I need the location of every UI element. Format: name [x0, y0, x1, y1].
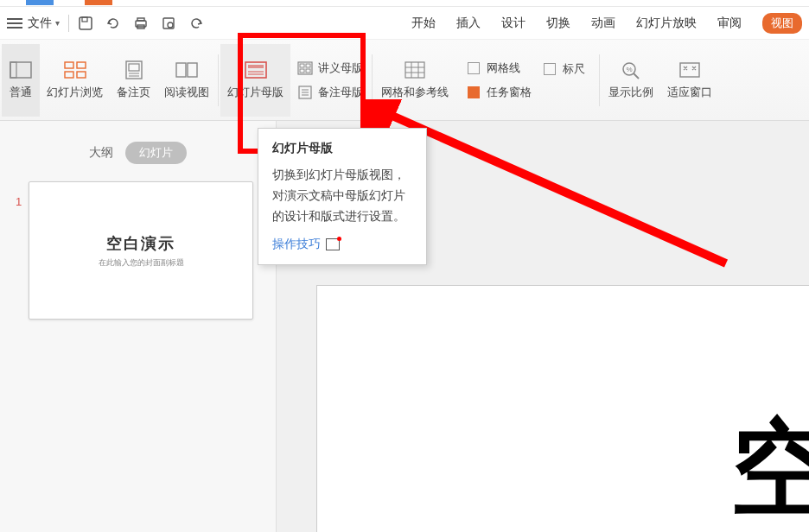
gridlines-label: 网格线: [487, 60, 520, 76]
slide-master-icon: [244, 60, 268, 79]
checkbox-icon: [468, 62, 480, 74]
ruler-checkbox-group: 标尺: [544, 61, 597, 99]
view-browse-label: 幻灯片浏览: [47, 85, 103, 100]
thumbnails-panel: 大纲 幻灯片 1 空白演示 在此输入您的封面副标题: [0, 121, 277, 532]
svg-rect-19: [245, 62, 266, 78]
video-icon: [326, 238, 340, 250]
tooltip-body: 切换到幻灯片母版视图，对演示文稿中母版幻灯片的设计和版式进行设置。: [272, 165, 412, 226]
hamburger-icon[interactable]: [7, 18, 22, 28]
file-menu-label: 文件: [28, 16, 52, 31]
svg-rect-11: [65, 72, 73, 78]
main-tabs: 开始 插入 设计 切换 动画 幻灯片放映 审阅 视图: [411, 13, 802, 34]
svg-rect-9: [65, 62, 73, 68]
tab-slides[interactable]: 幻灯片: [125, 142, 187, 164]
svg-rect-10: [77, 62, 86, 68]
svg-rect-40: [680, 63, 699, 77]
svg-rect-8: [10, 62, 16, 78]
thumb-subtitle: 在此输入您的封面副标题: [99, 257, 184, 269]
svg-rect-26: [300, 69, 304, 73]
tab-fangying[interactable]: 幻灯片放映: [636, 16, 697, 31]
ribbon-separator: [218, 54, 219, 106]
handout-master-button[interactable]: 讲义母版: [297, 60, 363, 76]
thumbnail-row: 1 空白演示 在此输入您的封面副标题: [0, 181, 276, 320]
view-normal-button[interactable]: 普通: [2, 44, 40, 117]
print-preview-icon[interactable]: [161, 16, 176, 31]
notes-master-button[interactable]: 备注母版: [297, 85, 363, 100]
svg-rect-27: [306, 69, 310, 73]
grid-guides-button[interactable]: 网格和参考线: [374, 44, 455, 117]
slide-canvas[interactable]: 空: [316, 285, 809, 532]
zoom-button[interactable]: % 显示比例: [602, 44, 660, 117]
fit-window-label: 适应窗口: [667, 85, 712, 100]
view-notes-label: 备注页: [117, 85, 150, 100]
slide-thumbnail[interactable]: 空白演示 在此输入您的封面副标题: [29, 181, 253, 320]
tab-donghua[interactable]: 动画: [591, 16, 615, 31]
divider: [68, 15, 69, 32]
slide-title-text: 空: [730, 399, 809, 532]
handout-master-icon: [297, 61, 313, 75]
view-notes-button[interactable]: 备注页: [110, 44, 157, 117]
view-browse-button[interactable]: 幻灯片浏览: [40, 44, 110, 117]
view-reading-button[interactable]: 阅读视图: [157, 44, 216, 117]
fit-window-button[interactable]: 适应窗口: [660, 44, 719, 117]
notes-master-label: 备注母版: [318, 85, 363, 100]
tab-shenyue[interactable]: 审阅: [717, 16, 742, 31]
svg-rect-20: [248, 65, 264, 68]
tab-charu[interactable]: 插入: [456, 16, 481, 31]
checkbox-filled-icon: [468, 86, 480, 98]
svg-rect-24: [300, 64, 304, 67]
grid-guides-label: 网格和参考线: [381, 85, 449, 100]
checkbox-icon: [544, 63, 556, 75]
fit-window-icon: [678, 60, 702, 79]
handout-master-label: 讲义母版: [318, 60, 363, 76]
redo-icon[interactable]: [188, 16, 204, 31]
view-normal-label: 普通: [10, 85, 32, 100]
slide-sorter-icon: [63, 60, 87, 79]
chevron-down-icon: ▾: [55, 18, 60, 28]
svg-rect-14: [129, 64, 139, 71]
gridlines-check[interactable]: 网格线: [468, 60, 532, 76]
ruler-check[interactable]: 标尺: [544, 61, 585, 77]
svg-rect-0: [80, 17, 92, 29]
view-reading-label: 阅读视图: [164, 85, 209, 100]
svg-rect-7: [10, 62, 31, 78]
svg-rect-25: [306, 64, 310, 67]
doc-tab-accent-1: [26, 0, 54, 5]
tab-qiehuan[interactable]: 切换: [546, 16, 570, 31]
tab-sheji[interactable]: 设计: [501, 16, 526, 31]
thumb-title: 空白演示: [106, 233, 175, 254]
ruler-label: 标尺: [563, 61, 585, 77]
reading-view-icon: [175, 60, 199, 79]
file-menu[interactable]: 文件 ▾: [28, 16, 60, 31]
svg-rect-12: [77, 72, 86, 78]
tooltip-tips-link[interactable]: 操作技巧: [272, 237, 412, 252]
zoom-icon: %: [619, 60, 643, 79]
svg-line-38: [634, 73, 639, 79]
undo-icon[interactable]: [105, 16, 121, 31]
print-icon[interactable]: [133, 16, 149, 31]
tab-shitu[interactable]: 视图: [762, 13, 802, 34]
tab-kaishi[interactable]: 开始: [411, 16, 436, 31]
save-icon[interactable]: [78, 16, 93, 31]
titlebar: [0, 0, 809, 7]
taskpane-check[interactable]: 任务窗格: [468, 85, 532, 100]
tab-outline[interactable]: 大纲: [89, 145, 113, 161]
svg-rect-3: [137, 18, 144, 21]
ribbon: 普通 幻灯片浏览 备注页 阅读视图 幻灯片母版 讲义母版 备注母版 网格和参考线…: [0, 40, 809, 121]
svg-rect-32: [405, 62, 424, 78]
side-tabs: 大纲 幻灯片: [0, 142, 276, 164]
zoom-label: 显示比例: [608, 85, 653, 100]
taskpane-label: 任务窗格: [487, 85, 532, 100]
slide-master-button[interactable]: 幻灯片母版: [220, 44, 290, 117]
svg-rect-18: [188, 63, 197, 77]
ribbon-separator: [372, 54, 373, 106]
quick-access-toolbar: [78, 16, 204, 31]
notes-master-icon: [297, 86, 313, 99]
grid-checkboxes: 网格线 任务窗格: [455, 60, 544, 100]
grid-icon: [403, 60, 427, 79]
tooltip-slide-master: 幻灯片母版 切换到幻灯片母版视图，对演示文稿中母版幻灯片的设计和版式进行设置。 …: [258, 128, 427, 265]
slide-master-label: 幻灯片母版: [227, 85, 283, 100]
ribbon-separator: [599, 54, 600, 106]
svg-text:%: %: [626, 66, 632, 73]
thumbnail-number: 1: [16, 195, 22, 208]
